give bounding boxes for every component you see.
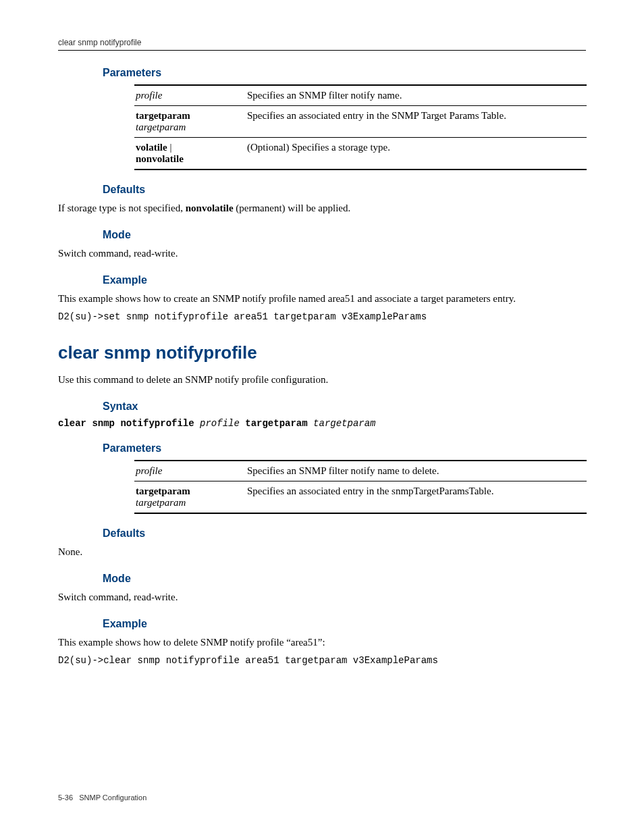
syntax-keyword: targetparam <box>240 418 313 429</box>
param-name: profile <box>136 90 162 101</box>
param-keyword: nonvolatile <box>136 153 184 164</box>
example-heading: Example <box>103 618 586 630</box>
page-number: 5-36 <box>58 793 73 802</box>
param-keyword: volatile <box>136 142 167 153</box>
syntax-arg: targetparam <box>313 418 375 429</box>
mode-heading: Mode <box>103 229 586 241</box>
defaults-heading: Defaults <box>103 527 586 540</box>
text-fragment: (permanent) will be applied. <box>234 203 351 213</box>
defaults-text: None. <box>58 545 586 559</box>
table-row: profile Specifies an SNMP filter notify … <box>134 461 587 481</box>
command-intro: Use this command to delete an SNMP notif… <box>58 373 586 387</box>
header-rule <box>58 50 586 51</box>
example-code: D2(su)->set snmp notifyprofile area51 ta… <box>58 311 586 322</box>
mode-heading: Mode <box>103 573 586 585</box>
param-name: targetparam <box>136 122 186 132</box>
syntax-line: clear snmp notifyprofile profile targetp… <box>58 418 586 429</box>
mode-text: Switch command, read-write. <box>58 590 586 604</box>
table-row: targetparam targetparam Specifies an ass… <box>134 106 587 138</box>
param-name: profile <box>136 465 162 476</box>
footer-label: SNMP Configuration <box>79 793 146 802</box>
param-name: targetparam <box>136 497 186 508</box>
parameters-table-wrap: profile Specifies an SNMP filter notify … <box>134 460 586 514</box>
param-desc: (Optional) Specifies a storage type. <box>246 138 587 170</box>
parameters-table-wrap: profile Specifies an SNMP filter notify … <box>134 84 586 170</box>
param-desc: Specifies an associated entry in the snm… <box>246 481 587 514</box>
parameters-heading: Parameters <box>103 67 586 79</box>
table-row: volatile | nonvolatile (Optional) Specif… <box>134 138 587 170</box>
parameters-table: profile Specifies an SNMP filter notify … <box>134 84 587 170</box>
text-fragment: If storage type is not specified, <box>58 203 186 213</box>
param-desc: Specifies an associated entry in the SNM… <box>246 106 587 138</box>
syntax-heading: Syntax <box>103 400 586 413</box>
param-keyword: targetparam <box>136 110 190 121</box>
defaults-text: If storage type is not specified, nonvol… <box>58 201 586 215</box>
page: clear snmp notifyprofile Parameters prof… <box>0 0 644 834</box>
command-title: clear snmp notifyprofile <box>58 342 586 363</box>
mode-text: Switch command, read-write. <box>58 246 586 261</box>
parameters-table: profile Specifies an SNMP filter notify … <box>134 460 587 514</box>
running-header: clear snmp notifyprofile <box>58 38 586 47</box>
syntax-keyword: clear snmp notifyprofile <box>58 418 200 429</box>
table-row: profile Specifies an SNMP filter notify … <box>134 85 587 106</box>
syntax-arg: profile <box>200 418 240 429</box>
param-desc: Specifies an SNMP filter notify name to … <box>246 461 587 481</box>
parameters-heading: Parameters <box>103 442 586 454</box>
table-row: targetparam targetparam Specifies an ass… <box>134 481 587 514</box>
example-text: This example shows how to create an SNMP… <box>58 292 586 306</box>
param-desc: Specifies an SNMP filter notify name. <box>246 85 587 106</box>
param-keyword: targetparam <box>136 486 190 496</box>
param-sep: | <box>167 142 172 153</box>
page-footer: 5-36 SNMP Configuration <box>58 793 146 802</box>
example-heading: Example <box>103 274 586 286</box>
text-fragment: nonvolatile <box>186 203 234 213</box>
example-code: D2(su)->clear snmp notifyprofile area51 … <box>58 655 586 666</box>
example-text: This example shows how to delete SNMP no… <box>58 635 586 650</box>
defaults-heading: Defaults <box>103 184 586 196</box>
